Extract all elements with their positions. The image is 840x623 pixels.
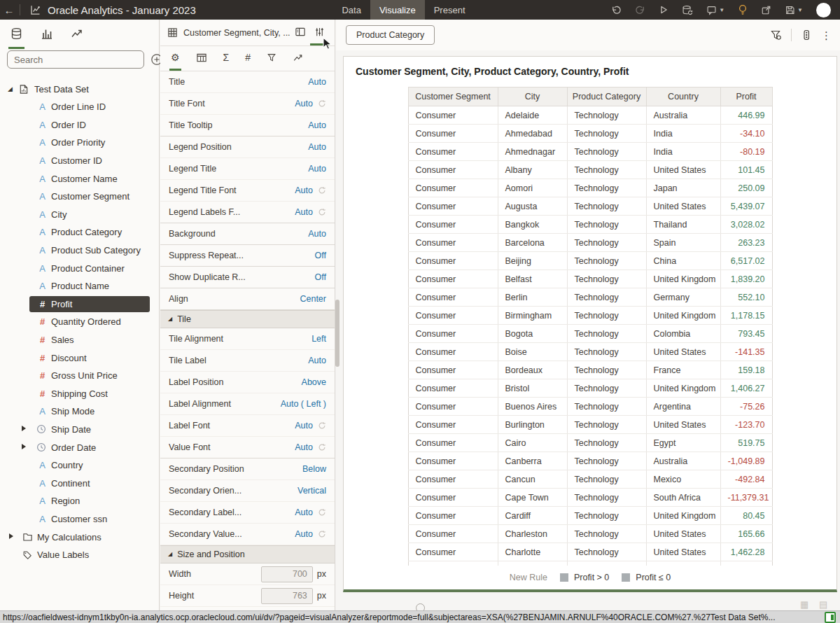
field-item-product-container[interactable]: AProduct Container xyxy=(0,259,159,277)
cell-profit[interactable]: 1,462.28 xyxy=(720,543,772,561)
property-height[interactable]: Heightpx xyxy=(160,585,335,607)
table-row[interactable]: ConsumerBarcelonaTechnologySpain263.23 xyxy=(408,234,772,252)
cell[interactable]: Germany xyxy=(646,288,720,307)
property-value[interactable]: Auto ( Left ) xyxy=(281,399,326,409)
cell-profit[interactable]: 250.09 xyxy=(720,179,772,197)
tab-totals-sigma-icon[interactable]: Σ xyxy=(222,46,231,71)
properties-scrollbar[interactable] xyxy=(335,300,340,367)
field-item-customer-id[interactable]: ACustomer ID xyxy=(0,152,159,170)
cell[interactable]: Technology xyxy=(567,525,646,543)
table-row[interactable]: ConsumerCape TownTechnologySouth Africa-… xyxy=(408,489,772,507)
table-row[interactable]: ConsumerBangkokTechnologyThailand3,028.0… xyxy=(408,216,772,234)
cell[interactable]: Technology xyxy=(567,234,646,252)
filter-icon[interactable] xyxy=(770,29,782,41)
cell[interactable]: Egypt xyxy=(646,434,720,452)
cell[interactable]: Consumer xyxy=(408,507,498,525)
cell[interactable]: China xyxy=(646,252,720,270)
property-input[interactable] xyxy=(261,588,313,604)
property-value[interactable]: Auto xyxy=(308,142,326,152)
field-item-product-name[interactable]: AProduct Name xyxy=(0,277,159,295)
table-row[interactable]: ConsumerCairoTechnologyEgypt519.75 xyxy=(408,434,772,452)
field-item-order-line-id[interactable]: AOrder Line ID xyxy=(0,98,159,116)
dataset-node[interactable]: ◢ Test Data Set xyxy=(0,80,159,98)
collapse-caret-icon[interactable]: ◢ xyxy=(8,86,13,92)
undo-icon[interactable] xyxy=(611,5,622,15)
section-header-size-and-position[interactable]: ◢Size and Position xyxy=(160,545,335,564)
cell[interactable]: Boise xyxy=(498,343,567,361)
cell-profit[interactable]: 6,517.02 xyxy=(720,252,772,270)
property-value[interactable]: Off xyxy=(315,251,326,260)
property-value-font[interactable]: Value FontAuto xyxy=(160,437,335,458)
property-value[interactable]: Left xyxy=(312,334,326,344)
table-row[interactable]: ConsumerAomoriTechnologyJapan250.09 xyxy=(408,179,772,197)
table-row[interactable]: ConsumerCharlotteTechnologyUnited States… xyxy=(408,543,772,561)
cell[interactable]: Technology xyxy=(567,125,646,143)
property-background[interactable]: BackgroundAuto xyxy=(160,223,335,245)
cell-profit[interactable]: 3,028.02 xyxy=(720,216,772,234)
save-icon[interactable]: ▼ xyxy=(785,5,803,15)
property-label-position[interactable]: Label PositionAbove xyxy=(160,372,335,393)
tab-present[interactable]: Present xyxy=(425,0,475,20)
field-item-value-labels[interactable]: Value Labels xyxy=(0,546,159,564)
cell[interactable]: Technology xyxy=(567,307,646,325)
cell[interactable]: Technology xyxy=(567,179,646,197)
property-secondary-orien-[interactable]: Secondary Orien...Vertical xyxy=(160,480,335,502)
reset-icon[interactable] xyxy=(318,186,326,195)
property-tile-alignment[interactable]: Tile AlignmentLeft xyxy=(160,328,335,350)
cell-profit[interactable]: 80.45 xyxy=(720,507,772,525)
cell[interactable]: Consumer xyxy=(408,470,498,489)
cell[interactable]: Belfast xyxy=(498,270,567,288)
cell[interactable]: United Kingdom xyxy=(646,307,720,325)
cell[interactable]: Burlington xyxy=(498,416,567,434)
cell[interactable]: Argentina xyxy=(646,398,720,416)
table-row[interactable]: ConsumerBordeauxTechnologyFrance159.18 xyxy=(408,361,772,379)
cell[interactable]: Australia xyxy=(646,452,720,470)
cell[interactable]: Albany xyxy=(498,161,567,179)
table-row[interactable]: ConsumerBogotaTechnologyColombia793.45 xyxy=(408,325,772,343)
property-legend-title[interactable]: Legend TitleAuto xyxy=(160,158,335,180)
property-width[interactable]: Widthpx xyxy=(160,564,335,585)
cell[interactable]: Cairo xyxy=(498,434,567,452)
field-item-product-category[interactable]: AProduct Category xyxy=(0,223,159,241)
field-item-discount[interactable]: #Discount xyxy=(0,349,159,367)
property-value[interactable]: Auto xyxy=(295,421,313,430)
property-show-duplicate-r-[interactable]: Show Duplicate R...Off xyxy=(160,267,335,288)
field-item-ship-mode[interactable]: AShip Mode xyxy=(0,402,159,421)
cell[interactable]: Charleston xyxy=(498,525,567,543)
tab-visualizations[interactable] xyxy=(38,20,55,49)
cell[interactable]: Bogota xyxy=(498,325,567,343)
field-item-quantity-ordered[interactable]: #Quantity Ordered xyxy=(0,313,159,331)
cell[interactable]: Bangkok xyxy=(498,216,567,234)
cell[interactable]: Bristol xyxy=(498,379,567,398)
cell[interactable]: Consumer xyxy=(408,252,498,270)
cell[interactable]: Consumer xyxy=(408,343,498,361)
reset-icon[interactable] xyxy=(318,508,326,517)
cell[interactable]: Technology xyxy=(567,216,646,234)
cell[interactable]: Barcelona xyxy=(498,234,567,252)
search-input[interactable] xyxy=(7,50,144,69)
tab-analytics-trend-icon[interactable] xyxy=(291,46,304,71)
cell[interactable]: Consumer xyxy=(408,361,498,379)
cell[interactable]: Consumer xyxy=(408,307,498,325)
cell[interactable]: Consumer xyxy=(408,179,498,197)
cell[interactable]: Aomori xyxy=(498,179,567,197)
property-label-alignment[interactable]: Label AlignmentAuto ( Left ) xyxy=(160,393,335,415)
property-value[interactable]: Auto xyxy=(308,356,326,365)
cell[interactable]: Technology xyxy=(567,106,646,125)
cell[interactable]: Technology xyxy=(567,434,646,452)
table-row[interactable]: ConsumerCardiffTechnologyUnited Kingdom8… xyxy=(408,507,772,525)
property-value[interactable]: Center xyxy=(300,294,326,304)
cell[interactable]: Berlin xyxy=(498,288,567,307)
expand-caret-icon[interactable] xyxy=(22,426,26,431)
cell[interactable]: Technology xyxy=(567,398,646,416)
property-value[interactable]: Auto xyxy=(295,207,313,217)
table-row[interactable]: ConsumerBuenos AiresTechnologyArgentina-… xyxy=(408,398,772,416)
cell[interactable]: Adelaide xyxy=(498,106,567,125)
table-row[interactable]: ConsumerBirminghamTechnologyUnited Kingd… xyxy=(408,307,772,325)
property-value[interactable]: Auto xyxy=(295,507,313,517)
field-item-customer-ssn[interactable]: ACustomer ssn xyxy=(0,510,159,528)
cell[interactable]: Consumer xyxy=(408,452,498,470)
cell-profit[interactable]: 1,406.27 xyxy=(720,379,772,398)
cell[interactable]: United States xyxy=(646,197,720,216)
cell[interactable]: Technology xyxy=(567,361,646,379)
